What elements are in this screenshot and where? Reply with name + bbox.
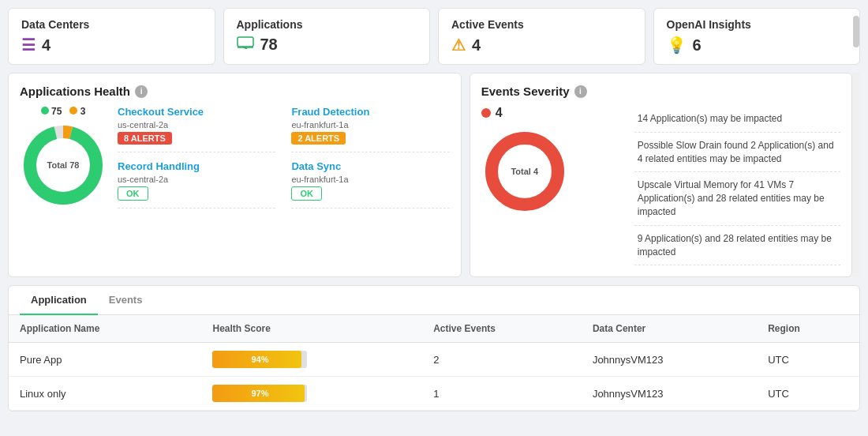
kpi-applications-title: Applications bbox=[237, 18, 417, 31]
severity-left: 4 Total 4 bbox=[481, 106, 623, 265]
orange-dot bbox=[69, 107, 77, 115]
tab-events[interactable]: Events bbox=[98, 286, 154, 315]
severity-content: 4 Total 4 14 Application(s) may be impac… bbox=[481, 106, 840, 265]
app-region-2: us-central-2a bbox=[118, 175, 275, 184]
app-badge-3: OK bbox=[291, 186, 322, 201]
app-item-1: Fraud Detection eu-frankfurt-1a 2 ALERTS bbox=[291, 106, 449, 152]
cell-app-name-0: Pure App bbox=[9, 343, 201, 377]
app-name-3[interactable]: Data Sync bbox=[291, 160, 449, 172]
health-panel-title: Applications Health i bbox=[20, 85, 450, 98]
cell-region-0: UTC bbox=[757, 343, 859, 377]
health-donut: Total 78 bbox=[20, 122, 107, 209]
table-body: Pure App 94% 2 JohnnysVM123 UTC Linux on… bbox=[9, 343, 859, 411]
active-events-icon: ⚠ bbox=[451, 36, 466, 54]
sev-msg-1: Possible Slow Drain found 2 Application(… bbox=[634, 133, 840, 173]
kpi-data-centers-title: Data Centers bbox=[21, 18, 202, 31]
app-badge-1: 2 ALERTS bbox=[291, 132, 346, 145]
cell-health-score-0: 94% bbox=[201, 343, 422, 377]
app-item-3: Data Sync eu-frankfurt-1a OK bbox=[291, 160, 449, 209]
kpi-data-centers-value: ☰ 4 bbox=[21, 36, 202, 54]
bottom-section: Application Events Application Name Heal… bbox=[8, 285, 860, 412]
col-health-score: Health Score bbox=[201, 315, 422, 343]
health-content: 75 3 bbox=[20, 106, 450, 209]
table-header-row: Application Name Health Score Active Eve… bbox=[9, 315, 859, 343]
table-row: Pure App 94% 2 JohnnysVM123 UTC bbox=[9, 343, 859, 377]
donut-legend: 75 3 bbox=[41, 106, 86, 117]
severity-info-icon[interactable]: i bbox=[574, 85, 587, 98]
openai-insights-icon: 💡 bbox=[667, 36, 687, 54]
app-item-0: Checkout Service us-central-2a 8 ALERTS bbox=[118, 106, 275, 152]
health-panel: Applications Health i 75 3 bbox=[8, 73, 462, 277]
col-active-events: Active Events bbox=[422, 315, 582, 343]
kpi-data-centers[interactable]: Data Centers ☰ 4 bbox=[8, 8, 215, 65]
kpi-openai-insights-title: OpenAI Insights bbox=[667, 18, 847, 31]
col-app-name: Application Name bbox=[9, 315, 201, 343]
app-region-1: eu-frankfurt-1a bbox=[291, 120, 449, 130]
svg-rect-0 bbox=[238, 37, 253, 47]
kpi-row: Data Centers ☰ 4 Applications 78 Active … bbox=[8, 8, 860, 65]
app-list: Checkout Service us-central-2a 8 ALERTS … bbox=[118, 106, 450, 209]
app-region-0: us-central-2a bbox=[118, 120, 275, 130]
kpi-active-events-value: ⚠ 4 bbox=[451, 36, 632, 54]
scrollbar-thumb[interactable] bbox=[853, 16, 859, 47]
kpi-openai-insights[interactable]: OpenAI Insights 💡 6 bbox=[653, 8, 861, 65]
table-container: Application Name Health Score Active Eve… bbox=[9, 315, 859, 411]
sev-dot bbox=[481, 108, 491, 118]
tab-application[interactable]: Application bbox=[20, 286, 98, 315]
kpi-active-events-title: Active Events bbox=[451, 18, 632, 31]
health-bar-1: 97% bbox=[212, 385, 307, 402]
tabs: Application Events bbox=[9, 286, 859, 315]
severity-panel-title: Events Severity i bbox=[481, 85, 840, 98]
app-table: Application Name Health Score Active Eve… bbox=[9, 315, 859, 411]
app-name-2[interactable]: Record Handling bbox=[118, 160, 275, 172]
cell-health-score-1: 97% bbox=[201, 377, 422, 411]
sev-msg-3: 9 Application(s) and 28 related entities… bbox=[634, 226, 840, 266]
scrollbar[interactable] bbox=[852, 73, 860, 277]
severity-panel: Events Severity i 4 bbox=[470, 73, 852, 277]
cell-data-center-1: JohnnysVM123 bbox=[582, 377, 757, 411]
app-item-2: Record Handling us-central-2a OK bbox=[118, 160, 275, 209]
cell-data-center-0: JohnnysVM123 bbox=[582, 343, 757, 377]
kpi-openai-insights-value: 💡 6 bbox=[667, 36, 847, 54]
data-centers-icon: ☰ bbox=[21, 36, 36, 54]
app-region-3: eu-frankfurt-1a bbox=[291, 175, 449, 184]
severity-donut: Total 4 bbox=[481, 128, 568, 215]
cell-active-events-1: 1 bbox=[422, 377, 582, 411]
app-badge-2: OK bbox=[118, 186, 148, 201]
app-name-0[interactable]: Checkout Service bbox=[118, 106, 275, 118]
health-bar-text-0: 94% bbox=[251, 355, 268, 364]
sev-msg-2: Upscale Virtual Memory for 41 VMs 7 Appl… bbox=[634, 172, 840, 225]
health-bar-0: 94% bbox=[212, 351, 307, 368]
severity-messages: 14 Application(s) may be impacted Possib… bbox=[634, 106, 840, 265]
health-donut-label: Total 78 bbox=[47, 160, 80, 170]
green-dot bbox=[41, 107, 49, 115]
health-info-icon[interactable]: i bbox=[135, 85, 148, 98]
sev-count: 4 bbox=[481, 106, 623, 120]
sev-msg-0: 14 Application(s) may be impacted bbox=[634, 106, 840, 133]
applications-icon bbox=[237, 36, 254, 53]
table-row: Linux only 97% 1 JohnnysVM123 UTC bbox=[9, 377, 859, 411]
right-panel-wrapper: Events Severity i 4 bbox=[470, 73, 860, 277]
kpi-active-events[interactable]: Active Events ⚠ 4 bbox=[438, 8, 645, 65]
cell-app-name-1: Linux only bbox=[9, 377, 201, 411]
kpi-applications[interactable]: Applications 78 bbox=[223, 8, 431, 65]
col-data-center: Data Center bbox=[582, 315, 757, 343]
severity-donut-label: Total 4 bbox=[511, 167, 538, 176]
middle-row: Applications Health i 75 3 bbox=[8, 73, 860, 277]
col-region: Region bbox=[757, 315, 859, 343]
health-bar-text-1: 97% bbox=[251, 389, 268, 398]
kpi-applications-value: 78 bbox=[237, 36, 417, 54]
cell-active-events-0: 2 bbox=[422, 343, 582, 377]
legend-warning: 3 bbox=[69, 106, 85, 117]
app-badge-0: 8 ALERTS bbox=[118, 132, 172, 145]
donut-section: 75 3 bbox=[20, 106, 107, 209]
dashboard: Data Centers ☰ 4 Applications 78 Active … bbox=[0, 0, 868, 419]
cell-region-1: UTC bbox=[757, 377, 859, 411]
legend-healthy: 75 bbox=[41, 106, 62, 117]
app-name-1[interactable]: Fraud Detection bbox=[291, 106, 449, 118]
